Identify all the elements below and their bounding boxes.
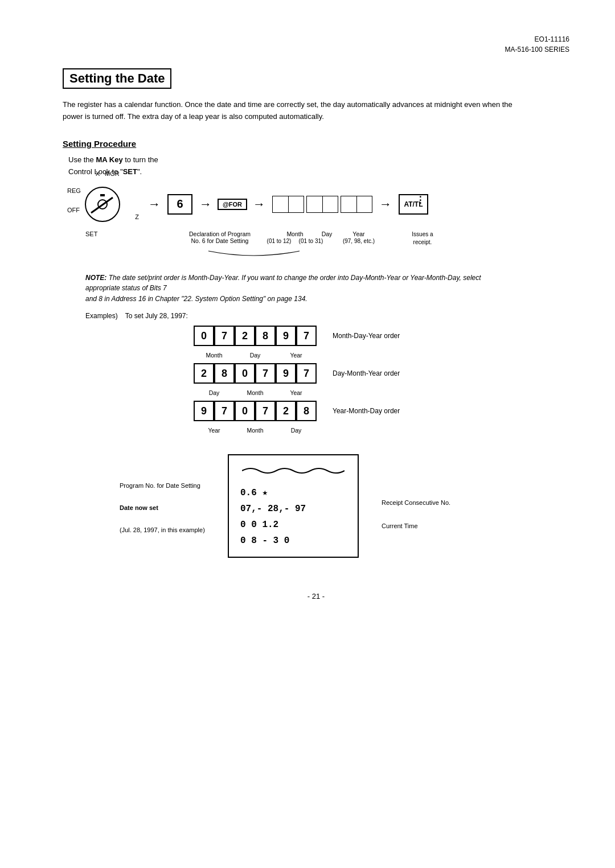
ymd-row-container: 9 7 0 7 2 8 Year-Month-Day order Year Mo… <box>194 401 569 434</box>
dmy-row: 2 8 0 7 9 7 Day-Month-Year order <box>194 363 569 384</box>
note-block: NOTE: The date set/print order is Month-… <box>85 273 484 305</box>
mdy-row-container: 0 7 2 8 9 7 Month-Day-Year order Month D… <box>194 326 569 359</box>
ymd-2: 0 <box>235 401 255 421</box>
month-range: (01 to 12) <box>263 238 295 244</box>
mdy-order-text: Month-Day-Year order <box>333 332 400 340</box>
page: EO1-11116 MA-516-100 SERIES Setting the … <box>0 0 615 868</box>
arrow-3: → <box>253 197 265 212</box>
dmy-5: 7 <box>296 363 317 384</box>
issues-label: Issues a <box>412 231 433 238</box>
day-range: (01 to 31) <box>295 238 327 244</box>
bracket-note <box>203 250 569 262</box>
receipt-line3: 0 0 1.2 <box>240 517 346 533</box>
dial-label-reg: REG <box>67 187 81 194</box>
section-title: Setting the Date <box>63 68 171 89</box>
month-label: Month <box>279 231 311 237</box>
receipt-consec-label: Receipt Consecutive No. <box>382 500 495 506</box>
ymd-boxes: 9 7 0 7 2 8 <box>194 401 317 421</box>
mdy-0: 0 <box>194 326 214 346</box>
current-time-label: Current Time <box>382 523 495 529</box>
dmy-4: 9 <box>276 363 296 384</box>
examples-detail: To set July 28, 1997: <box>125 312 188 320</box>
dial-label-off: OFF <box>67 207 80 213</box>
ymd-3: 7 <box>255 401 276 421</box>
ymd-1: 7 <box>214 401 235 421</box>
year-label: Year <box>343 231 375 237</box>
year-cell-2 <box>356 196 372 213</box>
dmy-day-label: Day <box>194 389 235 396</box>
arrow-2: → <box>199 197 212 212</box>
svg-rect-3 <box>100 194 105 196</box>
doc-ref-line1: EO1-11116 <box>505 34 569 44</box>
issues-label2: receipt. <box>413 238 432 246</box>
mdy-1: 7 <box>214 326 235 346</box>
day-label: Day <box>311 231 343 237</box>
mdy-year-label: Year <box>276 352 317 359</box>
note-text: The date set/print order is Month-Day-Ye… <box>85 274 481 293</box>
ymd-order-label: Year-Month-Day order <box>333 406 400 416</box>
mdy-2: 2 <box>235 326 255 346</box>
intro-text: The register has a calendar function. On… <box>63 99 530 123</box>
receipt-line2: 07,- 28,- 97 <box>240 501 346 517</box>
wavy-svg <box>242 466 345 475</box>
dmy-order-label: Day-Month-Year order <box>333 369 400 379</box>
mdy-order-label: Month-Day-Year order <box>333 331 400 341</box>
declaration-label: Declaration of Program <box>189 231 251 237</box>
set-bold: SET <box>123 167 137 176</box>
mdy-4: 9 <box>276 326 296 346</box>
dmy-0: 2 <box>194 363 214 384</box>
note-label: NOTE: <box>85 274 106 282</box>
note-text2: and 8 in Address 16 in Chapter "22. Syst… <box>85 295 308 303</box>
ymd-sub-labels: Year Month Day <box>194 427 569 434</box>
ymd-day-label: Day <box>276 427 317 434</box>
ymd-4: 2 <box>276 401 296 421</box>
month-cell-2 <box>288 196 304 213</box>
dmy-month-label: Month <box>235 389 276 396</box>
mdy-row: 0 7 2 8 9 7 Month-Day-Year order <box>194 326 569 346</box>
ymd-0: 9 <box>194 401 214 421</box>
key-6: 6 <box>167 194 192 215</box>
mdy-month-label: Month <box>194 352 235 359</box>
bracket-svg <box>203 250 305 261</box>
day-cell-1 <box>306 196 322 213</box>
procedure-line1-rest: to turn the <box>123 155 158 164</box>
procedure-line2: Control Lock to "SET". <box>68 167 569 176</box>
dmy-2: 0 <box>235 363 255 384</box>
dial-label-x: X <box>96 170 100 177</box>
procedure-line1: Use the MA Key to turn the <box>68 155 569 164</box>
dial-label-mgr: MGR <box>105 170 120 177</box>
mdy-day-label: Day <box>235 352 276 359</box>
year-cell-1 <box>341 196 356 213</box>
attl-label-block: Issues a receipt. <box>408 231 437 246</box>
dmy-3: 7 <box>255 363 276 384</box>
receipt-right-labels: Receipt Consecutive No. Current Time <box>382 500 495 529</box>
dial-label-set: SET <box>85 231 97 237</box>
receipt-wavy <box>240 463 346 482</box>
month-day-year-labels: Month Day Year (01 to 12) (01 to 31) (97… <box>263 231 391 244</box>
mdy-5: 7 <box>296 326 317 346</box>
dial-label-z: Z <box>135 213 139 220</box>
program-no-label: Program No. for Date Setting <box>120 483 222 489</box>
receipt-box: 0.6 ★ 07,- 28,- 97 0 0 1.2 0 8 - 3 0 <box>228 454 359 558</box>
year-cells <box>341 196 372 213</box>
date-now-set-bold: Date now set <box>120 504 158 511</box>
ymd-5: 8 <box>296 401 317 421</box>
examples-label: Examples) To set July 28, 1997: <box>85 312 569 320</box>
procedure-subtitle: Setting Procedure <box>63 139 569 149</box>
year-range: (97, 98, etc.) <box>327 238 391 244</box>
header-reference: EO1-11116 MA-516-100 SERIES <box>505 34 569 55</box>
dmy-1: 8 <box>214 363 235 384</box>
date-now-set-label: Date now set <box>120 505 222 511</box>
month-cell-1 <box>272 196 288 213</box>
dial-svg <box>80 182 125 227</box>
diagram-labels-row: Declaration of Program No. 6 for Date Se… <box>151 231 569 246</box>
for-key-label-block: Declaration of Program No. 6 for Date Se… <box>189 231 251 244</box>
jul-example-label: (Jul. 28, 1997, in this example) <box>120 527 222 533</box>
page-number: - 21 - <box>63 592 569 600</box>
ma-key-bold: MA Key <box>96 155 122 164</box>
dmy-sub-labels: Day Month Year <box>194 389 569 396</box>
declaration-label2: No. 6 for Date Setting <box>191 237 248 244</box>
dmy-year-label: Year <box>276 389 317 396</box>
arrow-4: → <box>379 197 392 212</box>
ymd-year-label: Year <box>194 427 235 434</box>
